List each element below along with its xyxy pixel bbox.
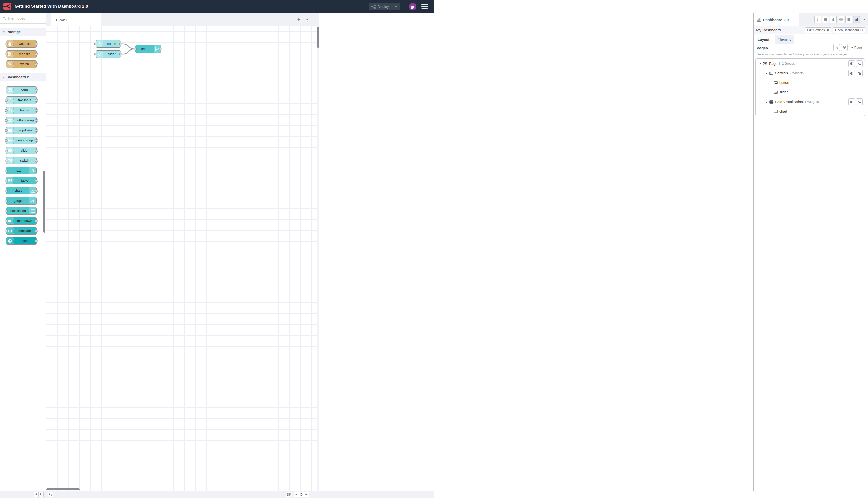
- node-palette: ▾ storage write file read file watch ▾ d…: [0, 13, 46, 249]
- output-port[interactable]: [35, 99, 38, 102]
- palette-node-form[interactable]: form: [6, 87, 37, 94]
- node-red-logo-icon: [3, 2, 11, 10]
- menu-lines-icon: [6, 127, 14, 134]
- file-import-icon: [6, 40, 14, 48]
- output-port[interactable]: [35, 190, 38, 192]
- palette-node-table[interactable]: table: [6, 177, 37, 184]
- palette-node-template[interactable]: template: [6, 227, 37, 235]
- circle-arrow-icon: [6, 237, 14, 245]
- flow-list-caret-icon[interactable]: ▾: [304, 17, 310, 22]
- output-port[interactable]: [35, 89, 38, 91]
- radio-icon: [6, 137, 14, 144]
- palette-node-dropdown[interactable]: dropdown: [6, 127, 37, 134]
- page-title: Getting Started With Dashboard 2.0: [15, 4, 88, 9]
- switch-icon: [6, 157, 14, 164]
- chevron-down-icon: ▾: [3, 30, 4, 34]
- wire[interactable]: [122, 44, 135, 49]
- code-icon: [6, 227, 14, 234]
- output-port[interactable]: [35, 180, 38, 182]
- output-port[interactable]: [35, 43, 38, 45]
- deploy-caret-icon[interactable]: [395, 6, 397, 7]
- wires-layer: [46, 26, 317, 249]
- sliders-icon: [96, 51, 103, 57]
- palette-node-watch[interactable]: watch: [6, 60, 37, 68]
- palette-node-radio-group[interactable]: radio group: [6, 137, 37, 144]
- flow-node-slider[interactable]: slider: [96, 50, 121, 58]
- output-port[interactable]: [35, 119, 38, 122]
- deploy-button[interactable]: Deploy: [369, 3, 400, 10]
- palette-node-markdown[interactable]: markdown: [6, 217, 37, 225]
- output-port[interactable]: [35, 149, 38, 152]
- palette-category-storage[interactable]: ▾ storage: [0, 28, 46, 36]
- envelope-icon: [29, 207, 37, 214]
- file-export-icon: [6, 51, 14, 57]
- palette-node-text[interactable]: A text: [6, 167, 37, 174]
- hand-point-icon: [6, 107, 14, 114]
- chevron-down-icon: ▾: [3, 76, 4, 79]
- hand-point-icon: [96, 40, 103, 48]
- output-port[interactable]: [35, 140, 38, 142]
- palette-node-text-input[interactable]: text input: [6, 96, 37, 104]
- output-port[interactable]: [35, 230, 38, 232]
- output-port[interactable]: [35, 240, 38, 242]
- palette-node-button[interactable]: button: [6, 106, 37, 114]
- deploy-icon: [371, 5, 376, 9]
- output-port[interactable]: [160, 48, 162, 50]
- output-port[interactable]: [35, 159, 38, 162]
- flow-node-chart[interactable]: chart: [135, 45, 161, 53]
- flow-node-button[interactable]: button: [96, 40, 121, 48]
- palette-search[interactable]: [0, 13, 46, 24]
- palette-node-write-file[interactable]: write file: [6, 40, 37, 48]
- palette-node-gauge[interactable]: gauge: [6, 197, 37, 205]
- palette-scrollbar[interactable]: [43, 171, 45, 233]
- user-avatar[interactable]: jp: [410, 3, 416, 10]
- palette-category-dashboard-2[interactable]: ▾ dashboard 2: [0, 73, 46, 81]
- output-port[interactable]: [35, 63, 38, 65]
- palette-node-notification[interactable]: notification: [6, 207, 37, 214]
- deploy-label: Deploy: [378, 4, 389, 9]
- output-port[interactable]: [35, 53, 38, 55]
- toggle-circles-icon: [6, 117, 14, 124]
- palette-node-chart[interactable]: chart: [6, 187, 37, 195]
- magnifier-icon: [6, 61, 14, 68]
- palette-node-read-file[interactable]: read file: [6, 50, 37, 58]
- palette-node-event[interactable]: event: [6, 237, 37, 245]
- search-icon: [2, 17, 6, 20]
- canvas-vertical-scrollbar[interactable]: [318, 27, 319, 48]
- app-header: Getting Started With Dashboard 2.0 Deplo…: [0, 0, 434, 13]
- palette-node-button-group[interactable]: button group: [6, 117, 37, 124]
- letter-a-icon: A: [29, 167, 37, 174]
- canvas-vertical-scroll-track[interactable]: [317, 26, 319, 249]
- form-icon: [6, 87, 14, 94]
- output-port[interactable]: [35, 220, 38, 222]
- output-port[interactable]: [35, 129, 38, 132]
- flow-canvas[interactable]: button slider chart: [46, 26, 317, 249]
- output-port[interactable]: [119, 53, 122, 55]
- output-port[interactable]: [119, 43, 122, 45]
- flow-workspace: Flow 1 + ▾ button slider chart: [46, 13, 319, 249]
- gauge-icon: [29, 197, 37, 204]
- arrow-right-icon: [6, 217, 14, 224]
- flow-tab[interactable]: Flow 1: [51, 13, 101, 26]
- output-port[interactable]: [35, 109, 38, 112]
- flow-tabbar: Flow 1 + ▾: [46, 13, 319, 26]
- palette-node-slider[interactable]: slider: [6, 147, 37, 154]
- palette-node-switch[interactable]: switch: [6, 157, 37, 164]
- ibeam-icon: [6, 97, 14, 104]
- add-flow-button[interactable]: +: [296, 17, 302, 22]
- wire[interactable]: [122, 49, 135, 54]
- table-grid-icon: [6, 177, 14, 184]
- filter-nodes-input[interactable]: [8, 16, 40, 21]
- main-menu-button[interactable]: [422, 4, 428, 9]
- sliders-icon: [6, 147, 14, 154]
